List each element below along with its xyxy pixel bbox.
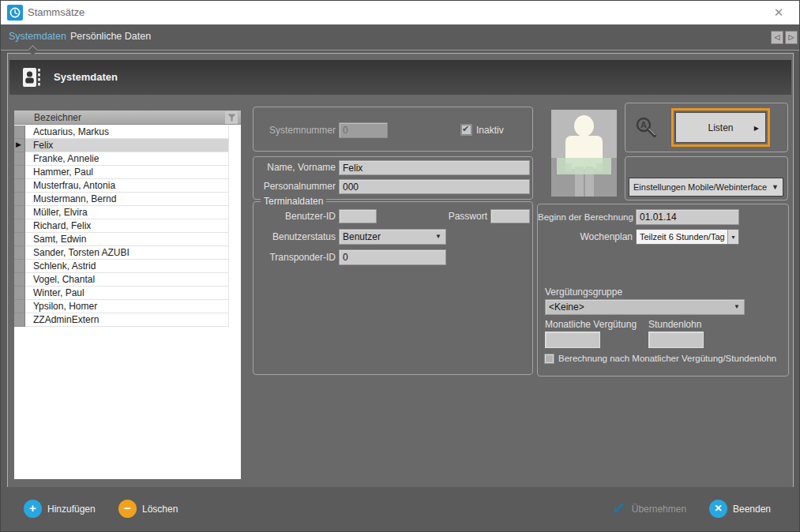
chevron-down-icon [734,304,740,310]
list-item[interactable]: ▶Musterfrau, Antonia [14,179,229,193]
list-item[interactable]: ▶Winter, Paul [14,287,229,300]
tab-persoenliche-daten[interactable]: Persönliche Daten [70,24,151,49]
contact-card-icon [22,67,43,91]
row-selector-gutter: ▶ [14,260,25,273]
list-item[interactable]: ▶Hammer, Paul [14,166,229,179]
list-item[interactable]: ▶Felix [14,139,229,152]
row-selector-gutter: ▶ [14,139,25,152]
row-selector-gutter: ▶ [14,273,25,287]
chevron-down-icon [727,230,738,244]
systemnummer-label: Systemnummer [254,122,336,138]
nav-next-icon[interactable]: ▷ [785,31,798,44]
app-clock-icon [7,5,23,21]
beginn-der-berechnung-label: Beginn der Berechnung [538,209,633,225]
listen-button[interactable]: Listen [675,112,766,143]
row-selector-gutter: ▶ [14,152,25,166]
systemnummer-field: 0 [339,122,388,138]
listen-highlight-border: Listen [671,108,770,147]
beenden-button[interactable]: ✕ Beenden [709,487,771,530]
stundenlohn-field[interactable] [648,332,704,348]
content-panel: Systemdaten Bezeichner ▶Actuarius, Marku… [7,53,794,488]
loeschen-button[interactable]: − Löschen [118,487,178,530]
personalnummer-label: Personalnummer [254,179,336,194]
tabbar: Systemdaten Persönliche Daten ◁ ▷ [1,24,799,51]
row-selector-gutter: ▶ [14,126,25,139]
chevron-down-icon [435,234,441,240]
berechnung-checkbox-label: Berechnung nach Monatlicher Vergütung/St… [558,353,776,365]
berechnung-checkbox[interactable] [545,354,554,363]
list-item[interactable]: ▶Actuarius, Markus [14,126,229,139]
berechnung-group: Beginn der Berechnung 01.01.14 Wochenpla… [537,204,789,377]
beginn-der-berechnung-field[interactable]: 01.01.14 [636,209,739,225]
wochenplan-dropdown[interactable]: Teilzeit 6 Stunden/Tag [636,229,739,245]
monatliche-verguetung-field[interactable] [545,332,600,348]
benutzerstatus-label: Benutzerstatus [254,229,336,245]
list-item[interactable]: ▶Müller, Elvira [14,206,229,219]
search-icon[interactable]: A [635,116,659,143]
avatar-head [574,115,594,137]
list-item[interactable]: ▶Schlenk, Astrid [14,260,229,273]
list-item[interactable]: ▶Ypsilon, Homer [14,300,229,313]
passwort-label: Passwort [404,209,487,223]
stundenlohn-label: Stundenlohn [648,319,701,330]
inaktiv-label: Inaktiv [476,122,504,138]
tab-divider [1,50,799,51]
row-selector-gutter: ▶ [14,206,25,219]
transponder-id-field[interactable]: 0 [339,249,446,265]
wochenplan-label: Wochenplan [538,229,633,245]
plus-icon: + [24,500,42,518]
window-title: Stammsätze [28,1,85,24]
inaktiv-checkbox[interactable] [461,125,471,135]
systemnummer-group: Systemnummer 0 Inaktiv [253,107,533,152]
terminaldaten-legend: Terminaldaten [261,196,326,207]
row-selector-gutter: ▶ [14,166,25,179]
row-selector-gutter: ▶ [14,246,25,260]
list-item[interactable]: ▶ZZAdminExtern [14,313,229,327]
list-item[interactable]: ▶Vogel, Chantal [14,273,229,287]
transponder-id-label: Transponder-ID [254,249,336,265]
avatar-band [557,158,611,174]
list-item[interactable]: ▶Samt, Edwin [14,233,229,246]
mobile-settings-group: Einstellungen Mobile/Webinterface [625,156,788,200]
employee-photo-placeholder [551,110,617,197]
passwort-field[interactable] [490,209,530,223]
employee-list: Bezeichner ▶Actuarius, Markus ▶Felix ▶Fr… [14,111,241,479]
arrow-right-icon [754,124,759,131]
selected-row-arrow-icon: ▶ [16,140,21,148]
list-header-label: Bezeichner [34,111,81,125]
row-selector-gutter: ▶ [14,179,25,193]
row-selector-gutter: ▶ [14,193,25,206]
terminaldaten-group: Terminaldaten Benutzer-ID Passwort Benut… [253,201,533,375]
name-group: Name, Vorname Felix Personalnummer 000 [253,156,533,200]
check-icon: ✔ [613,500,626,518]
tab-systemdaten[interactable]: Systemdaten [9,24,66,49]
listen-group: A Listen [625,103,788,152]
hinzufuegen-button[interactable]: + Hinzufügen [24,487,96,530]
nav-prev-icon[interactable]: ◁ [771,31,783,44]
list-item[interactable]: ▶Sander, Torsten AZUBI [14,246,229,260]
uebernehmen-button: ✔ Übernehmen [613,487,686,530]
list-item[interactable]: ▶Mustermann, Bernd [14,193,229,206]
minus-icon: − [118,500,137,518]
chevron-down-icon [772,184,779,191]
list-item[interactable]: ▶Richard, Felix [14,219,229,233]
list-column-header[interactable]: Bezeichner [14,111,241,125]
name-label: Name, Vorname [254,160,336,175]
einstellungen-mobile-dropdown[interactable]: Einstellungen Mobile/Webinterface [629,178,783,197]
verguetungsgruppe-dropdown[interactable]: <Keine> [545,299,745,315]
filter-icon[interactable] [225,111,238,124]
personalnummer-field[interactable]: 000 [339,179,530,194]
section-title: Systemdaten [54,60,118,95]
section-header: Systemdaten [9,60,791,95]
list-rows: ▶Actuarius, Markus ▶Felix ▶Franke, Annel… [14,126,229,327]
row-selector-gutter: ▶ [14,233,25,246]
list-item[interactable]: ▶Franke, Annelie [14,152,229,166]
name-field[interactable]: Felix [339,160,530,175]
benutzerstatus-dropdown[interactable]: Benutzer [339,229,446,245]
footer-bar: + Hinzufügen − Löschen ✔ Übernehmen ✕ Be… [2,487,798,530]
close-icon[interactable]: ✕ [769,2,788,23]
benutzer-id-field[interactable] [339,209,377,223]
svg-text:A: A [640,120,647,129]
verguetungsgruppe-label: Vergütungsgruppe [545,287,622,298]
monatliche-verguetung-label: Monatliche Vergütung [545,319,637,330]
